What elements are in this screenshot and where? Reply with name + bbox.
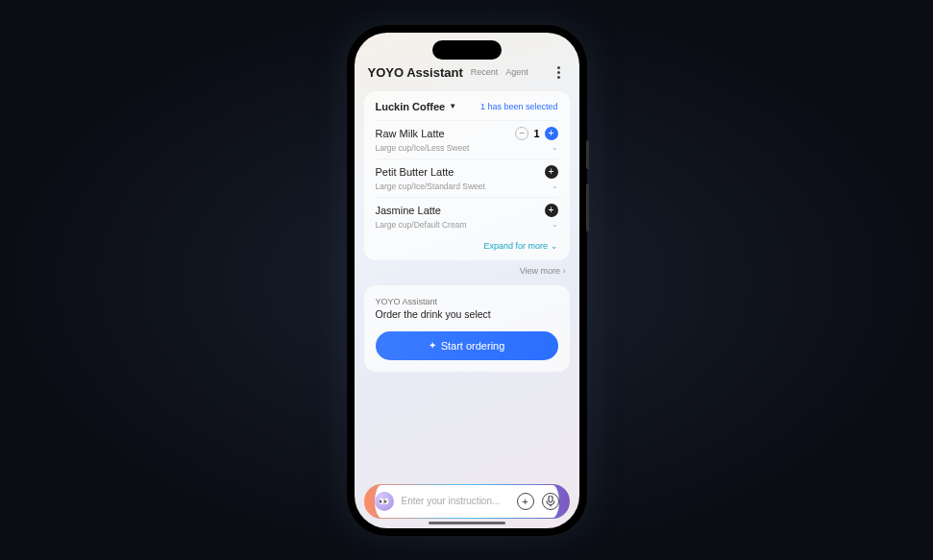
menu-item: Petit Butter Latte + Large cup/Ice/Stand… (376, 158, 558, 197)
assistant-card: YOYO Assistant Order the drink you selec… (364, 285, 570, 372)
minus-icon[interactable]: − (515, 127, 528, 140)
start-ordering-button[interactable]: ✦ Start ordering (376, 331, 558, 360)
vendor-name: Luckin Coffee (376, 101, 446, 112)
more-icon[interactable] (552, 66, 566, 79)
home-indicator[interactable] (429, 522, 505, 524)
tab-agent[interactable]: Agent (505, 67, 528, 77)
tab-recent[interactable]: Recent (471, 67, 499, 77)
chevron-right-icon: › (563, 266, 566, 276)
add-icon[interactable]: + (517, 493, 534, 510)
assistant-avatar-icon: 👀 (375, 492, 394, 511)
assistant-name: YOYO Assistant (376, 297, 558, 306)
caret-down-icon: ▼ (449, 102, 456, 110)
item-options: Large cup/Ice/Less Sweet (376, 143, 470, 153)
assistant-message: Order the drink you select (376, 308, 558, 320)
plus-icon[interactable]: + (545, 165, 558, 179)
side-button (586, 183, 589, 231)
item-name: Raw Milk Latte (376, 128, 445, 139)
selected-count: 1 has been selected (480, 102, 558, 111)
menu-item: Raw Milk Latte − 1 + Large cup/Ice/Less … (376, 120, 558, 158)
item-name: Petit Butter Latte (376, 166, 454, 178)
item-name: Jasmine Latte (376, 205, 441, 216)
vendor-selector[interactable]: Luckin Coffee ▼ (376, 101, 457, 112)
plus-icon[interactable]: + (545, 127, 558, 140)
content-area: Luckin Coffee ▼ 1 has been selected Raw … (355, 87, 579, 475)
notch (432, 40, 502, 60)
instruction-input-bar[interactable]: 👀 Enter your instruction... + (364, 484, 570, 519)
item-options: Large cup/Default Cream (376, 220, 467, 230)
mic-icon[interactable] (542, 493, 559, 510)
phone-frame: YOYO Assistant Recent Agent Luckin Coffe… (347, 25, 587, 536)
instruction-input[interactable]: Enter your instruction... (402, 496, 509, 506)
screen: YOYO Assistant Recent Agent Luckin Coffe… (355, 33, 579, 528)
order-card: Luckin Coffee ▼ 1 has been selected Raw … (364, 91, 570, 260)
expand-more-link[interactable]: Expand for more ⌄ (376, 241, 558, 251)
chevron-down-icon: ⌄ (551, 241, 558, 251)
app-title: YOYO Assistant (368, 65, 463, 80)
chevron-down-icon[interactable]: ⌄ (552, 220, 558, 229)
quantity-value: 1 (533, 128, 539, 139)
menu-item: Jasmine Latte + Large cup/Default Cream … (376, 197, 558, 235)
start-button-label: Start ordering (441, 340, 505, 352)
plus-icon[interactable]: + (545, 204, 558, 217)
item-options: Large cup/Ice/Standard Sweet (376, 182, 485, 191)
chevron-down-icon[interactable]: ⌄ (552, 143, 558, 152)
svg-rect-0 (549, 496, 552, 502)
sparkle-icon: ✦ (429, 340, 436, 351)
view-more-link[interactable]: View more › (364, 266, 566, 276)
side-button (586, 140, 589, 169)
chevron-down-icon[interactable]: ⌄ (552, 182, 558, 190)
quantity-stepper: − 1 + (515, 127, 557, 140)
